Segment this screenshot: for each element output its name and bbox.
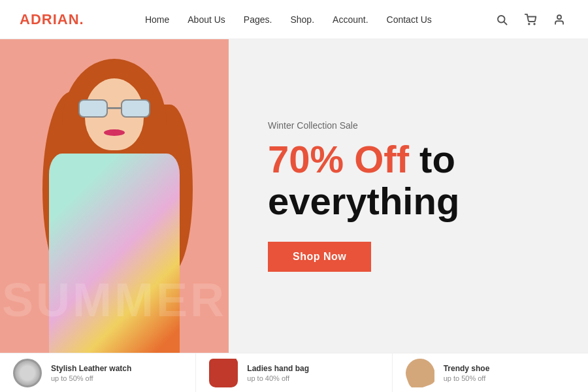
svg-line-1 <box>504 22 506 24</box>
product-card-shoe[interactable]: Trendy shoe up to 50% off <box>393 353 588 392</box>
watermark-text: SUMMER <box>2 273 227 327</box>
sunglasses <box>78 99 150 119</box>
hero-content: Winter Collection Sale 70% Off to everyt… <box>229 39 588 353</box>
svg-point-3 <box>534 24 535 25</box>
shoe-discount: up to 50% off <box>444 374 490 382</box>
shoe-name: Trendy shoe <box>444 364 490 373</box>
watch-thumbnail <box>13 359 42 387</box>
product-card-watch[interactable]: Stylish Leather watch up to 50% off <box>0 353 196 392</box>
main-nav: Home About Us Pages. Shop. Account. Cont… <box>145 14 432 25</box>
header-icons <box>493 10 568 29</box>
watch-discount: up to 50% off <box>51 374 131 382</box>
nav-pages[interactable]: Pages. <box>244 14 272 25</box>
shop-now-button[interactable]: Shop Now <box>268 242 371 272</box>
account-icon[interactable] <box>550 10 568 29</box>
hero-headline: 70% Off to everything <box>268 139 549 222</box>
shoe-thumbnail <box>406 359 434 387</box>
bag-discount: up to 40% off <box>247 374 309 382</box>
bag-info: Ladies hand bag up to 40% off <box>247 364 309 382</box>
logo-text: ADRIAN <box>20 11 80 27</box>
svg-point-4 <box>557 15 561 19</box>
shoe-info: Trendy shoe up to 50% off <box>444 364 490 382</box>
watch-name: Stylish Leather watch <box>51 364 131 373</box>
bag-thumbnail <box>209 359 238 387</box>
product-card-bag[interactable]: Ladies hand bag up to 40% off <box>196 353 392 392</box>
logo-dot: . <box>80 11 84 27</box>
watch-info: Stylish Leather watch up to 50% off <box>51 364 131 382</box>
search-icon[interactable] <box>493 10 511 29</box>
logo: ADRIAN. <box>20 11 84 28</box>
product-strip: Stylish Leather watch up to 50% off Ladi… <box>0 353 588 392</box>
svg-point-2 <box>529 24 530 25</box>
nav-shop[interactable]: Shop. <box>290 14 314 25</box>
nav-about[interactable]: About Us <box>188 14 225 25</box>
sale-label: Winter Collection Sale <box>268 120 549 131</box>
nav-home[interactable]: Home <box>145 14 169 25</box>
nav-contact[interactable]: Contact Us <box>387 14 432 25</box>
hero-section: SUMMER Winter Collection Sale 70% Off to… <box>0 39 588 353</box>
hero-image-panel: SUMMER <box>0 39 229 353</box>
bag-name: Ladies hand bag <box>247 364 309 373</box>
nav-account[interactable]: Account. <box>333 14 368 25</box>
header: ADRIAN. Home About Us Pages. Shop. Accou… <box>0 0 588 39</box>
cart-icon[interactable] <box>521 10 540 29</box>
headline-orange: 70% Off <box>268 138 409 180</box>
